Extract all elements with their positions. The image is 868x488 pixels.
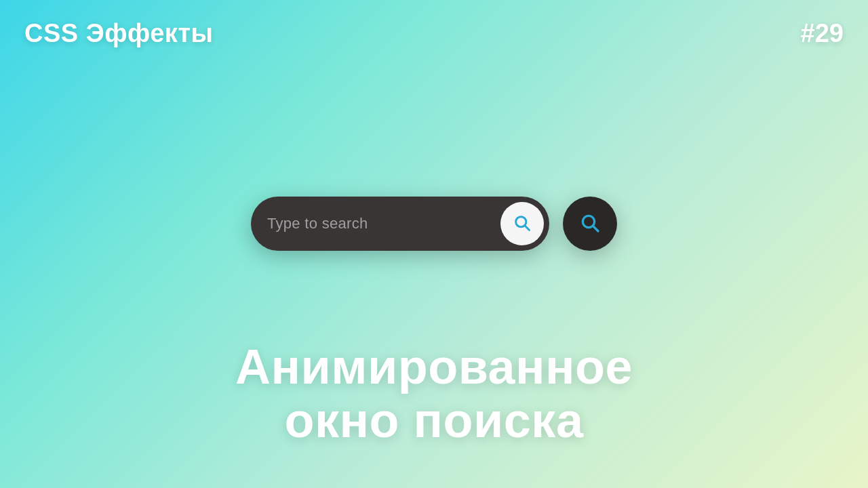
bottom-title-line2: окно поиска: [0, 394, 868, 447]
bottom-title: Анимированное окно поиска: [0, 340, 868, 447]
svg-line-1: [525, 226, 529, 230]
search-input[interactable]: [267, 215, 500, 232]
page-title: CSS Эффекты: [24, 19, 213, 48]
svg-line-3: [593, 226, 598, 230]
page: CSS Эффекты #29: [0, 0, 868, 488]
search-button-inner[interactable]: [500, 202, 544, 245]
search-area: [251, 197, 617, 251]
search-button-outer[interactable]: [563, 197, 617, 251]
episode-number: #29: [801, 19, 844, 48]
search-icon: [513, 214, 532, 235]
search-icon-outer: [579, 212, 601, 236]
search-bar: [251, 197, 549, 251]
bottom-title-line1: Анимированное: [0, 340, 868, 394]
